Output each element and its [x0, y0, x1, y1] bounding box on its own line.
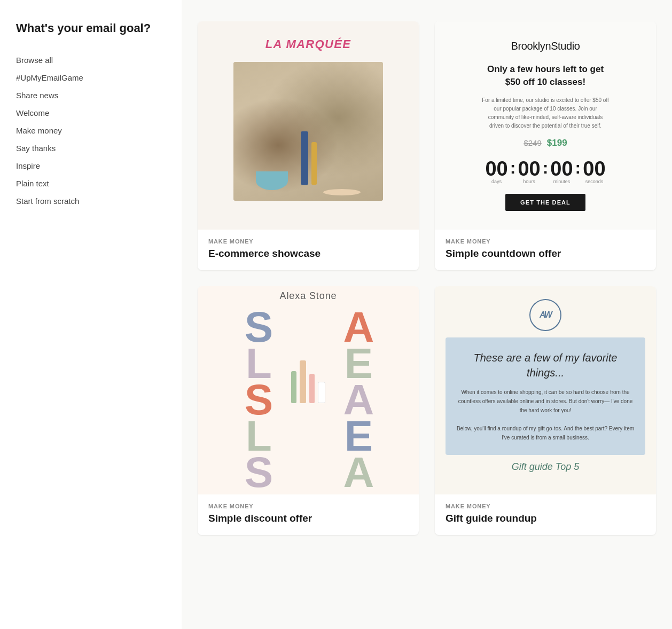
price-old: $249 — [523, 138, 541, 147]
card-meta-countdown: MAKE MONEY Simple countdown offer — [435, 230, 656, 270]
sidebar-link-make-money[interactable]: Make money — [16, 122, 166, 139]
timer-colon-3: : — [575, 158, 581, 178]
cards-grid: LA MARQUÉE MAKE MONEY E-commerce showcas… — [198, 21, 656, 535]
candle-pink — [309, 374, 315, 403]
plate-decor — [323, 189, 361, 195]
timer-colon-2: : — [543, 158, 549, 178]
get-deal-button[interactable]: GET THE DEAL — [505, 194, 585, 211]
sale-l2: L — [208, 418, 308, 454]
timer-days: 00 days — [485, 159, 507, 184]
main-content: LA MARQUÉE MAKE MONEY E-commerce showcas… — [182, 0, 672, 629]
card-preview-countdown: BrooklynStudio Only a few hours left to … — [435, 21, 656, 230]
sidebar-item-make-money[interactable]: Make money — [16, 122, 166, 139]
sale-e2: E — [308, 418, 408, 454]
card-meta-ecommerce: MAKE MONEY E-commerce showcase — [198, 230, 419, 270]
candle-yellow — [311, 142, 317, 185]
card1-logo: LA MARQUÉE — [265, 37, 351, 51]
sale-grid-bottom: S A — [208, 454, 408, 491]
sidebar-link-welcome[interactable]: Welcome — [16, 104, 166, 122]
sidebar-link-inspire[interactable]: Inspire — [16, 157, 166, 175]
card-preview-ecommerce: LA MARQUÉE — [198, 21, 419, 230]
sidebar-item-plain-text[interactable]: Plain text — [16, 175, 166, 192]
card-preview-discount: Alexa Stone S A L E S A L E — [198, 286, 419, 494]
card-title-discount: Simple discount offer — [208, 513, 408, 524]
sale-container: S A L E S A L E — [208, 309, 408, 454]
sidebar-item-start-from-scratch[interactable]: Start from scratch — [16, 192, 166, 210]
sidebar-link-start-from-scratch[interactable]: Start from scratch — [16, 192, 166, 210]
card-meta-discount: MAKE MONEY Simple discount offer — [198, 494, 419, 535]
sidebar-item-share-news[interactable]: Share news — [16, 87, 166, 104]
card-countdown[interactable]: BrooklynStudio Only a few hours left to … — [435, 21, 656, 270]
card-meta-gift: MAKE MONEY Gift guide roundup — [435, 494, 656, 535]
sidebar-link-upmy[interactable]: #UpMyEmailGame — [16, 69, 166, 87]
card-title-ecommerce: E-commerce showcase — [208, 248, 408, 260]
card4-image-box: These are a few of my favorite things...… — [446, 337, 645, 455]
sidebar-nav: Browse all #UpMyEmailGame Share news Wel… — [16, 51, 166, 210]
card4-image-title: These are a few of my favorite things... — [456, 350, 635, 380]
card2-logo-bold: Brooklyn — [511, 40, 551, 52]
card4-image-body: When it comes to online shopping, it can… — [456, 388, 635, 442]
card4-footer: Gift guide Top 5 — [512, 461, 579, 473]
sale-a3: A — [308, 454, 408, 491]
card2-logo: BrooklynStudio — [511, 40, 580, 52]
candle-green — [291, 371, 296, 403]
sidebar-link-browse-all[interactable]: Browse all — [16, 51, 166, 69]
card4-monogram: AW — [529, 299, 561, 331]
sidebar: What's your email goal? Browse all #UpMy… — [0, 0, 182, 629]
candles-overlay — [291, 360, 325, 403]
sidebar-title: What's your email goal? — [16, 21, 166, 35]
sidebar-item-browse-all[interactable]: Browse all — [16, 51, 166, 69]
timer-colon-1: : — [510, 158, 516, 178]
card1-image-inner — [233, 62, 383, 201]
card2-pricing: $249 $199 — [523, 138, 567, 148]
bowl-decor — [256, 171, 288, 190]
candle-peach — [300, 360, 306, 403]
candle-blue — [301, 131, 308, 185]
timer-seconds: 00 seconds — [583, 159, 605, 184]
candle-white — [318, 382, 325, 403]
card2-logo-light: Studio — [551, 40, 580, 52]
sidebar-link-plain-text[interactable]: Plain text — [16, 175, 166, 192]
card2-timer: 00 days : 00 hours : 00 minutes : — [485, 158, 605, 184]
card-discount[interactable]: Alexa Stone S A L E S A L E — [198, 286, 419, 535]
card-title-gift: Gift guide roundup — [446, 513, 645, 524]
card-preview-gift: AW These are a few of my favorite things… — [435, 286, 656, 494]
card-category-countdown: MAKE MONEY — [446, 238, 645, 245]
card2-body: For a limited time, our studio is excite… — [481, 96, 610, 130]
card-title-countdown: Simple countdown offer — [446, 248, 645, 260]
card2-heading: Only a few hours left to get $50 off 10 … — [487, 63, 604, 89]
sidebar-item-welcome[interactable]: Welcome — [16, 104, 166, 122]
timer-minutes: 00 minutes — [550, 159, 573, 184]
sidebar-link-say-thanks[interactable]: Say thanks — [16, 139, 166, 157]
card-category-gift: MAKE MONEY — [446, 503, 645, 509]
card1-image — [233, 62, 383, 201]
card-ecommerce-showcase[interactable]: LA MARQUÉE MAKE MONEY E-commerce showcas… — [198, 21, 419, 270]
sidebar-item-say-thanks[interactable]: Say thanks — [16, 139, 166, 157]
timer-hours: 00 hours — [518, 159, 540, 184]
price-new: $199 — [547, 138, 567, 148]
sidebar-item-upmy[interactable]: #UpMyEmailGame — [16, 69, 166, 87]
card3-brand: Alexa Stone — [280, 290, 337, 302]
card-category-ecommerce: MAKE MONEY — [208, 238, 408, 245]
candle-group — [291, 360, 325, 403]
sidebar-link-share-news[interactable]: Share news — [16, 87, 166, 104]
card-gift-guide[interactable]: AW These are a few of my favorite things… — [435, 286, 656, 535]
card-category-discount: MAKE MONEY — [208, 503, 408, 509]
sidebar-item-inspire[interactable]: Inspire — [16, 157, 166, 175]
sale-s3: S — [208, 454, 308, 491]
